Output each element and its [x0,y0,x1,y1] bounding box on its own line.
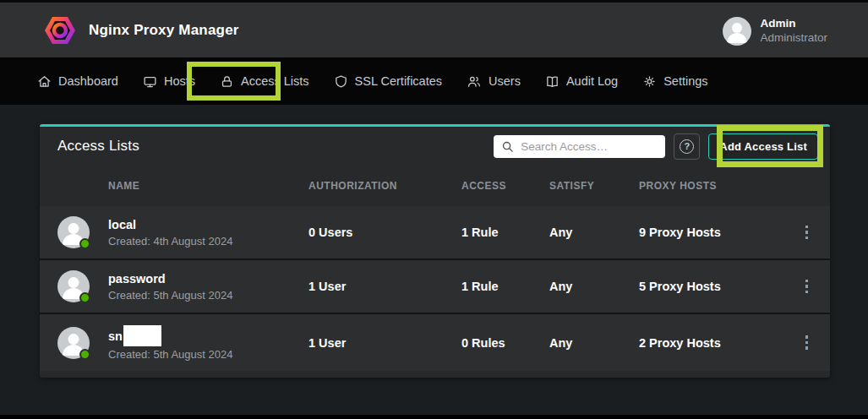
user-menu[interactable]: Admin Administrator [723,3,827,60]
window-bottom-edge [0,415,868,419]
row-avatar-cell [40,327,108,359]
help-circle-icon: ? [680,139,694,154]
shield-icon [334,74,348,89]
home-icon [37,74,52,89]
gear-icon [642,74,657,89]
online-status-dot [79,238,90,249]
access-lists-panel: Access Lists ? Add Access List [40,124,830,378]
column-header-satisfy: SATISFY [549,180,639,192]
npm-logo-icon [44,14,76,46]
nav-label: Audit Log [566,74,618,88]
users-icon [467,74,482,89]
column-header-proxy-hosts: PROXY HOSTS [639,180,783,192]
user-avatar [723,17,751,46]
redaction-box [123,325,161,346]
user-name: Admin [760,17,827,31]
app-window: Nginx Proxy Manager Admin Administrator … [0,0,868,419]
lock-icon [220,74,234,89]
book-icon [545,74,560,89]
row-satisfy: Any [549,336,639,350]
app-title: Nginx Proxy Manager [89,22,239,39]
person-silhouette-icon [57,327,90,359]
row-access: 0 Rules [461,336,549,350]
row-access: 1 Rule [461,226,549,239]
row-proxy-hosts: 2 Proxy Hosts [639,336,783,350]
nav-item-settings[interactable]: Settings [642,74,707,89]
row-avatar-cell [40,270,108,302]
kebab-menu-icon[interactable] [800,275,814,299]
search-input[interactable] [521,140,658,153]
help-button[interactable]: ? [674,133,700,160]
row-menu-cell [783,275,830,299]
nav-item-access-lists[interactable]: Access Lists [220,74,309,89]
search-box [494,135,665,158]
kebab-menu-icon[interactable] [800,220,814,245]
row-authorization: 0 Users [308,226,461,239]
row-authorization: 1 User [308,336,461,350]
access-list-created: Created: 4th August 2024 [108,235,308,248]
online-status-dot [79,292,90,303]
row-proxy-hosts: 9 Proxy Hosts [639,226,783,239]
nav-label: SSL Certificates [355,74,442,88]
nav-label: Dashboard [58,74,118,88]
person-silhouette-icon [57,270,90,302]
row-proxy-hosts: 5 Proxy Hosts [639,280,783,293]
nav-item-users[interactable]: Users [467,74,521,89]
user-meta: Admin Administrator [760,17,827,46]
table-row[interactable]: local Created: 4th August 2024 0 Users 1… [40,206,830,260]
search-icon [501,140,514,153]
main-nav: Dashboard Hosts Access Lists SSL Certifi… [0,57,868,105]
app-header: Nginx Proxy Manager Admin Administrator [0,0,868,57]
content-area: Access Lists ? Add Access List [0,105,868,415]
table-row[interactable]: sn Created: 5th August 2024 1 User 0 Rul… [40,314,830,371]
online-status-dot [79,349,90,360]
row-access: 1 Rule [461,280,549,293]
column-header-access: ACCESS [461,180,549,192]
row-avatar-cell [40,216,108,248]
nav-item-audit-log[interactable]: Audit Log [545,74,618,89]
user-role: Administrator [760,31,827,46]
row-menu-cell [783,220,830,245]
table-header: NAME AUTHORIZATION ACCESS SATISFY PROXY … [40,166,830,206]
nav-label: Hosts [164,74,195,88]
row-name-cell: local Created: 4th August 2024 [108,217,308,248]
column-header-name: NAME [108,180,308,192]
row-name-cell: sn Created: 5th August 2024 [108,325,308,361]
add-access-list-button[interactable]: Add Access List [708,133,818,160]
nav-label: Access Lists [241,74,309,88]
row-satisfy: Any [549,280,639,293]
kebab-menu-icon[interactable] [800,330,814,355]
panel-tools: ? Add Access List [494,127,818,166]
table-row[interactable]: password Created: 5th August 2024 1 User… [40,260,830,314]
panel-header: Access Lists ? Add Access List [40,127,830,166]
nav-label: Users [489,74,521,88]
nav-label: Settings [663,74,707,88]
nav-item-hosts[interactable]: Hosts [143,74,195,89]
access-list-name: local [108,217,308,233]
column-header-authorization: AUTHORIZATION [308,180,461,192]
access-list-created: Created: 5th August 2024 [108,289,308,302]
monitor-icon [143,74,157,89]
row-menu-cell [783,330,830,355]
access-list-name: sn [108,325,308,346]
row-name-cell: password Created: 5th August 2024 [108,271,308,302]
row-satisfy: Any [549,226,639,239]
row-authorization: 1 User [308,280,461,293]
panel-title: Access Lists [57,138,139,155]
nav-item-ssl-certificates[interactable]: SSL Certificates [334,74,442,89]
person-silhouette-icon [57,216,90,248]
access-list-created: Created: 5th August 2024 [108,348,308,361]
access-list-name: password [108,271,308,287]
nav-item-dashboard[interactable]: Dashboard [37,74,118,89]
